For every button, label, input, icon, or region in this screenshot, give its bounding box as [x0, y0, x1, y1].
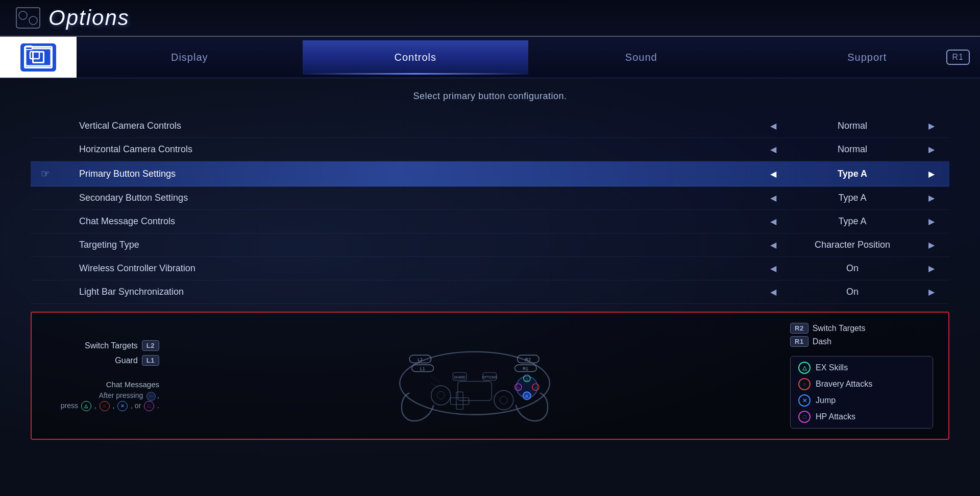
setting-value: Type A [781, 216, 924, 227]
screenshot-icon [20, 43, 56, 72]
setting-value: Type A [781, 193, 924, 203]
setting-label: Targeting Type [64, 240, 766, 250]
setting-label: Secondary Button Settings [64, 193, 766, 203]
ctrl-r1-item: R1 Dash [790, 336, 933, 347]
svg-rect-3 [30, 52, 39, 59]
setting-row-secondary-button[interactable]: Secondary Button Settings ◀ Type A ▶ [31, 186, 949, 210]
r2-badge: R2 [790, 323, 808, 334]
tab-sound[interactable]: Sound [528, 40, 754, 75]
square-button-icon: □ [798, 411, 811, 423]
options-button-icon: ⋯ [146, 392, 156, 401]
svg-point-1 [29, 16, 37, 25]
header: Options [0, 0, 980, 37]
nav-tabs: Display Controls Sound Support R1 [77, 37, 980, 78]
setting-value: Character Position [781, 240, 924, 250]
svg-text:R2: R2 [525, 357, 531, 362]
screenshot-box [0, 37, 77, 78]
setting-value: Normal [781, 144, 924, 155]
arrow-right[interactable]: ▶ [924, 264, 939, 273]
arrow-left[interactable]: ◀ [766, 264, 781, 273]
svg-text:SHARE: SHARE [454, 375, 465, 379]
settings-list: Vertical Camera Controls ◀ Normal ▶ Hori… [31, 114, 949, 304]
chat-messages-label: Chat Messages [61, 380, 159, 389]
page-title: Options [48, 6, 130, 30]
svg-text:△: △ [525, 376, 529, 381]
setting-value: On [781, 287, 924, 297]
r1-action-label: Dash [813, 337, 831, 346]
cross-button-item: ✕ Jump [798, 394, 925, 407]
press-line: press △ , ○ , ✕ , or □ . [61, 401, 159, 411]
arrow-left[interactable]: ◀ [766, 193, 781, 203]
setting-label: Horizontal Camera Controls [64, 144, 766, 155]
square-button-item: □ HP Attacks [798, 411, 925, 423]
l2-action-label: Switch Targets [85, 341, 138, 350]
setting-row-vertical-camera[interactable]: Vertical Camera Controls ◀ Normal ▶ [31, 114, 949, 138]
controller-svg: L2 L1 R2 R1 SHARE OPTIONS [383, 330, 567, 422]
tab-display[interactable]: Display [77, 40, 303, 75]
triangle-inline-icon: △ [81, 401, 91, 411]
svg-point-0 [19, 11, 27, 19]
svg-text:L1: L1 [420, 366, 425, 371]
setting-row-horizontal-camera[interactable]: Horizontal Camera Controls ◀ Normal ▶ [31, 138, 949, 161]
arrow-right[interactable]: ▶ [924, 145, 939, 154]
tab-support[interactable]: Support R1 [754, 40, 981, 75]
arrow-left[interactable]: ◀ [766, 217, 781, 226]
ctrl-right-top: R2 Switch Targets R1 Dash [790, 323, 933, 347]
arrow-right[interactable]: ▶ [924, 169, 939, 179]
svg-text:R1: R1 [523, 366, 528, 371]
setting-row-primary-button[interactable]: ☞ Primary Button Settings ◀ Type A ▶ [31, 161, 949, 186]
setting-label: Wireless Controller Vibration [64, 263, 766, 274]
arrow-right[interactable]: ▶ [924, 240, 939, 250]
setting-label: Vertical Camera Controls [64, 121, 766, 131]
cross-inline-icon: ✕ [117, 401, 128, 411]
arrow-left[interactable]: ◀ [766, 287, 781, 297]
svg-point-22 [494, 390, 513, 410]
cross-action-label: Jump [816, 396, 836, 405]
ctrl-l1-item: Guard L1 [115, 355, 159, 366]
arrow-left[interactable]: ◀ [766, 169, 781, 179]
l2-badge: L2 [142, 340, 159, 351]
svg-text:□: □ [517, 385, 520, 390]
svg-text:○: ○ [534, 385, 537, 390]
svg-rect-2 [26, 49, 51, 66]
arrow-left[interactable]: ◀ [766, 121, 781, 131]
after-pressing-line: After pressing ⋯, [61, 391, 159, 400]
arrow-left[interactable]: ◀ [766, 145, 781, 154]
arrow-right[interactable]: ▶ [924, 121, 939, 131]
svg-point-23 [500, 396, 507, 404]
pointer-icon: ☞ [41, 168, 59, 180]
setting-row-chat-controls[interactable]: Chat Message Controls ◀ Type A ▶ [31, 210, 949, 233]
ctrl-right-labels: R2 Switch Targets R1 Dash △ EX Skills [790, 323, 933, 429]
ctrl-r2-item: R2 Switch Targets [790, 323, 933, 334]
triangle-button-icon: △ [798, 362, 811, 374]
ctrl-l2-item: Switch Targets L2 [85, 340, 159, 351]
svg-rect-25 [451, 397, 469, 404]
setting-label: Primary Button Settings [64, 169, 766, 179]
nav-area: Display Controls Sound Support R1 [0, 37, 980, 78]
svg-text:L2: L2 [418, 357, 423, 362]
circle-action-label: Bravery Attacks [816, 380, 872, 389]
svg-point-20 [431, 385, 451, 405]
circle-button-icon: ○ [798, 378, 811, 390]
setting-value: On [781, 263, 924, 274]
setting-row-vibration[interactable]: Wireless Controller Vibration ◀ On ▶ [31, 257, 949, 280]
main-content: Select primary button configuration. Ver… [0, 78, 980, 453]
svg-rect-5 [26, 46, 32, 50]
setting-value: Normal [781, 121, 924, 131]
arrow-right[interactable]: ▶ [924, 287, 939, 297]
options-icon [15, 5, 41, 31]
square-action-label: HP Attacks [816, 412, 855, 421]
arrow-left[interactable]: ◀ [766, 240, 781, 250]
setting-row-targeting-type[interactable]: Targeting Type ◀ Character Position ▶ [31, 233, 949, 257]
arrow-right[interactable]: ▶ [924, 217, 939, 226]
arrow-right[interactable]: ▶ [924, 193, 939, 203]
setting-row-light-bar[interactable]: Light Bar Synchronization ◀ On ▶ [31, 280, 949, 304]
cross-button-icon: ✕ [798, 394, 811, 407]
triangle-action-label: EX Skills [816, 363, 848, 372]
chat-messages-section: Chat Messages After pressing ⋯, press △ … [61, 380, 159, 411]
triangle-button-item: △ EX Skills [798, 362, 925, 374]
tab-controls[interactable]: Controls [303, 40, 529, 75]
l1-action-label: Guard [115, 356, 137, 365]
svg-text:OPTIONS: OPTIONS [482, 375, 497, 379]
circle-button-item: ○ Bravery Attacks [798, 378, 925, 390]
